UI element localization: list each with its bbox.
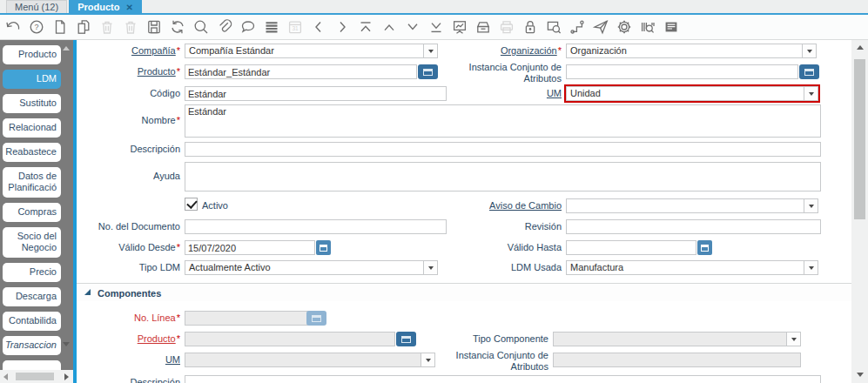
- no-documento-input[interactable]: [185, 219, 447, 234]
- find-icon[interactable]: [192, 18, 210, 36]
- detail-record-icon[interactable]: [333, 18, 351, 36]
- sidebar-tab-partial[interactable]: [3, 360, 61, 370]
- sidebar-tab-relacionado[interactable]: Relacionad: [3, 118, 61, 138]
- sidebar-tab-producto[interactable]: Producto: [3, 45, 61, 64]
- hscroll-thumb[interactable]: [16, 373, 54, 380]
- hscroll-right-icon[interactable]: [64, 373, 69, 380]
- instancia-input[interactable]: [566, 64, 798, 79]
- nombre-label: Nombre*: [77, 115, 180, 126]
- undo-icon[interactable]: [4, 18, 22, 36]
- sidebar-tab-socio-negocio[interactable]: Socio del Negocio: [3, 227, 61, 258]
- quick-form-icon[interactable]: [663, 18, 680, 36]
- componentes-group-header[interactable]: Componentes: [77, 284, 851, 301]
- preferences-gear-icon[interactable]: [616, 18, 633, 36]
- private-lock-icon[interactable]: [521, 18, 539, 36]
- copy-record-icon[interactable]: [75, 18, 92, 36]
- codigo-input[interactable]: [185, 86, 447, 101]
- chevron-down-icon[interactable]: [423, 261, 437, 274]
- window-icon: [423, 69, 433, 76]
- vscroll-thumb[interactable]: [854, 59, 865, 219]
- workflow-icon[interactable]: [569, 18, 586, 36]
- sidebar-tab-datos-planificacion[interactable]: Datos de Planificació: [3, 167, 61, 198]
- help-icon[interactable]: ?: [28, 18, 45, 36]
- form-vscrollbar[interactable]: [851, 40, 868, 383]
- valido-hasta-input[interactable]: [566, 240, 696, 255]
- producto-input[interactable]: [185, 64, 417, 79]
- revision-input[interactable]: [566, 219, 821, 234]
- vscroll-up-icon[interactable]: [857, 45, 864, 50]
- organizacion-select[interactable]: Organización: [566, 44, 817, 58]
- valido-desde-input[interactable]: [185, 240, 315, 255]
- sidebar-tab-contabilidad[interactable]: Contabilida: [3, 312, 61, 331]
- codigo-label: Código: [77, 88, 180, 99]
- delete-record-icon[interactable]: [98, 18, 116, 36]
- send-request-icon[interactable]: [592, 18, 609, 36]
- calculator-button[interactable]: [306, 311, 326, 326]
- next-record-icon[interactable]: [404, 18, 421, 36]
- attachment-icon[interactable]: [216, 18, 233, 36]
- componente-producto-input[interactable]: [185, 332, 395, 346]
- chevron-down-icon[interactable]: [804, 87, 818, 100]
- sidebar-scroll-down-icon[interactable]: [63, 342, 70, 346]
- um-select[interactable]: Unidad: [566, 86, 818, 101]
- sidebar-tab-descarga[interactable]: Descarga: [3, 287, 61, 306]
- sidebar-scroll-up-icon[interactable]: [63, 46, 70, 50]
- tipo-componente-select[interactable]: [553, 332, 801, 346]
- chevron-down-icon[interactable]: [423, 44, 437, 57]
- chevron-down-icon[interactable]: [421, 353, 434, 366]
- tipo-ldm-select[interactable]: Actualmente Activo: [185, 260, 438, 275]
- archive-icon[interactable]: [474, 18, 492, 36]
- chevron-down-icon[interactable]: [804, 199, 818, 212]
- calendar-icon[interactable]: 31: [286, 18, 304, 36]
- chevron-down-icon[interactable]: [802, 44, 816, 57]
- sidebar-tab-reabastecer[interactable]: Reabastece: [3, 143, 61, 162]
- ayuda-textarea[interactable]: [185, 162, 821, 192]
- product-info-icon[interactable]: [639, 18, 656, 36]
- record-info-button[interactable]: [396, 332, 416, 346]
- tipo-componente-label: Tipo Componente: [442, 333, 548, 345]
- no-linea-input[interactable]: [185, 311, 315, 326]
- previous-record-icon[interactable]: [380, 18, 398, 36]
- componente-instancia-input[interactable]: [553, 353, 801, 367]
- sidebar-tab-compras[interactable]: Compras: [3, 203, 61, 222]
- delete-selection-icon[interactable]: [122, 18, 139, 36]
- last-record-icon[interactable]: [427, 18, 445, 36]
- hscroll-left-icon[interactable]: [3, 373, 8, 380]
- chevron-down-icon[interactable]: [786, 333, 800, 346]
- ldm-usada-select[interactable]: Manufactura: [566, 260, 818, 275]
- activo-checkbox[interactable]: [185, 198, 198, 211]
- window-tab-menu[interactable]: Menú (12): [6, 0, 67, 13]
- componente-descripcion-input[interactable]: [185, 375, 821, 383]
- calendar-picker-button[interactable]: [697, 240, 712, 255]
- zoom-across-icon[interactable]: [545, 18, 562, 36]
- save-icon[interactable]: [145, 18, 163, 36]
- new-record-icon[interactable]: [51, 18, 69, 36]
- first-record-icon[interactable]: [357, 18, 374, 36]
- sidebar-tab-ldm[interactable]: LDM: [3, 70, 61, 89]
- compania-select[interactable]: Compañía Estándar: [185, 44, 438, 58]
- window-tab-producto[interactable]: Producto ✕: [69, 0, 142, 13]
- sidebar-tab-sustituto[interactable]: Sustituto: [3, 94, 61, 113]
- window-tabbar: Menú (12) Producto ✕: [0, 0, 868, 15]
- sidebar-hscrollbar[interactable]: [0, 370, 73, 383]
- sidebar-tab-transacciones[interactable]: Transaccion: [3, 336, 61, 355]
- print-icon[interactable]: [498, 18, 515, 36]
- record-info-button[interactable]: [418, 64, 438, 79]
- grid-toggle-icon[interactable]: [263, 18, 280, 36]
- calendar-picker-button[interactable]: [316, 240, 331, 255]
- componente-um-select[interactable]: [185, 353, 435, 367]
- close-icon[interactable]: ✕: [125, 3, 132, 12]
- collapse-triangle-icon[interactable]: [84, 289, 91, 295]
- window-tab-producto-label: Producto: [77, 2, 119, 12]
- nombre-textarea[interactable]: Estándar: [185, 104, 821, 138]
- aviso-cambio-select[interactable]: [566, 198, 818, 213]
- descripcion-input[interactable]: [185, 142, 821, 157]
- sidebar-tab-precio[interactable]: Precio: [3, 263, 61, 282]
- report-icon[interactable]: [451, 18, 468, 36]
- chevron-down-icon[interactable]: [804, 261, 818, 274]
- chat-icon[interactable]: [239, 18, 257, 36]
- vscroll-down-icon[interactable]: [857, 373, 864, 377]
- parent-record-icon[interactable]: [310, 18, 327, 36]
- attribute-set-button[interactable]: [799, 64, 819, 79]
- refresh-icon[interactable]: [169, 18, 186, 36]
